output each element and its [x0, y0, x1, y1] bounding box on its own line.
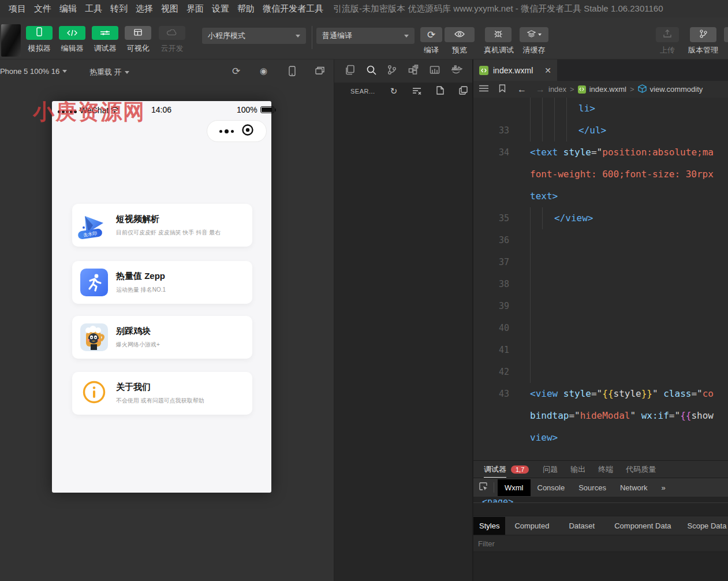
- phone-screen: 小庚资源网 WeChat 14:06 100%: [52, 101, 271, 493]
- docker-icon[interactable]: [451, 65, 462, 77]
- code-line: view>: [473, 427, 728, 449]
- code-area[interactable]: li> 33</ul> 34<text style="position:abso…: [473, 98, 728, 520]
- multi-window-icon[interactable]: [315, 66, 324, 76]
- menu-item-tools[interactable]: 工具: [81, 3, 106, 14]
- source-control-icon[interactable]: [387, 65, 397, 77]
- dom-node-page[interactable]: <page>: [482, 497, 728, 502]
- menu-item-edit[interactable]: 编辑: [55, 3, 81, 14]
- caret-down-icon: [404, 35, 409, 38]
- tab-styles[interactable]: Styles: [473, 517, 505, 535]
- compile-button[interactable]: ⟳: [420, 27, 442, 42]
- outline-icon[interactable]: [479, 85, 488, 94]
- caret-down-icon: [125, 71, 129, 74]
- list-item-about[interactable]: 关于我们 不会使用 或有问题可点我获取帮助: [72, 372, 252, 415]
- tab-network[interactable]: Network: [613, 479, 655, 496]
- refresh-icon[interactable]: ↻: [390, 86, 398, 96]
- list-item-chicken-game[interactable]: 别踩鸡块 爆火网络小游戏+: [72, 316, 252, 359]
- rotate-icon[interactable]: ⟳: [232, 65, 240, 77]
- breadcrumb-item-index[interactable]: index: [548, 85, 566, 94]
- tab-sources[interactable]: Sources: [572, 479, 613, 496]
- version-control-button[interactable]: [690, 27, 716, 42]
- clear-results-icon[interactable]: [412, 87, 421, 96]
- list-item-zepp[interactable]: 热量值 Zepp 运动热量 排名NO.1: [72, 261, 252, 304]
- code-line: 33</ul>: [473, 120, 728, 141]
- tab-scope-data[interactable]: Scope Data: [681, 517, 728, 535]
- remote-debug-button[interactable]: [485, 27, 512, 42]
- dom-view-spacer: [473, 502, 728, 516]
- device-select[interactable]: iPhone 5 100% 16: [0, 67, 67, 76]
- more-tabs-chevron[interactable]: »: [655, 479, 673, 496]
- npm-icon[interactable]: [430, 65, 440, 77]
- breadcrumb-item-node[interactable]: view.commodity: [650, 85, 703, 94]
- menu-item-view[interactable]: 视图: [157, 3, 182, 14]
- avatar[interactable]: [1, 24, 21, 57]
- tab-terminal[interactable]: 终端: [598, 464, 613, 475]
- breadcrumb-separator: >: [630, 85, 634, 94]
- info-icon: [82, 380, 106, 407]
- exit-target-icon[interactable]: [241, 124, 254, 139]
- wxml-dom-view[interactable]: <page>: [473, 497, 728, 502]
- inspector-tab-bar: Styles Computed Dataset Component Data S…: [473, 516, 728, 535]
- upload-button[interactable]: [656, 27, 679, 42]
- menu-item-goto[interactable]: 转到: [106, 3, 132, 14]
- compile-mode-select[interactable]: 普通编译: [316, 28, 415, 44]
- list-item-video-parse[interactable]: 去水印 短视频解析 目前仅可皮皮虾 皮皮搞笑 快手 抖音 最右: [72, 204, 252, 247]
- record-icon[interactable]: ◉: [260, 66, 267, 76]
- new-search-icon[interactable]: [436, 86, 444, 96]
- editor-toggle-button[interactable]: 编辑器: [59, 26, 85, 54]
- search-sidebar: SEAR... ↻ Aa ab .* AB ⇄ 指定目录和排除 1 个结果，包含…: [334, 59, 472, 581]
- menu-item-devtools[interactable]: 微信开发者工具: [259, 3, 327, 14]
- menu-item-settings[interactable]: 设置: [208, 3, 233, 14]
- tab-index-wxml[interactable]: index.wxml ✕: [473, 59, 557, 81]
- tab-code-quality[interactable]: 代码质量: [626, 464, 656, 475]
- tab-debugger[interactable]: 调试器: [484, 464, 506, 478]
- more-dots-icon[interactable]: [219, 129, 234, 133]
- simulator-toggle-button[interactable]: 模拟器: [26, 26, 53, 54]
- search-icon[interactable]: [366, 65, 376, 77]
- debugger-toggle-button[interactable]: 调试器: [92, 26, 118, 54]
- card-subtitle: 运动热量 排名NO.1: [116, 286, 166, 294]
- clear-cache-button[interactable]: [520, 27, 548, 42]
- tab-output[interactable]: 输出: [570, 464, 585, 475]
- editor-panel: index.wxml ✕ ← → index > index.wxml > vi…: [472, 59, 728, 581]
- menu-item-interface[interactable]: 界面: [182, 3, 208, 14]
- video-parse-icon: 去水印: [80, 211, 108, 239]
- inspect-element-icon[interactable]: [479, 482, 488, 493]
- tab-component-data[interactable]: Component Data: [608, 517, 677, 535]
- bookmark-icon[interactable]: [499, 84, 506, 94]
- tab-computed[interactable]: Computed: [509, 517, 555, 535]
- filter-input[interactable]: [478, 539, 593, 548]
- code-line: 37: [473, 251, 728, 273]
- git-branch-icon: [700, 29, 707, 40]
- more-toolbar-button[interactable]: [724, 27, 728, 42]
- tab-problems[interactable]: 问题: [543, 464, 558, 475]
- phone-frame-icon[interactable]: [289, 66, 296, 78]
- mode-select[interactable]: 小程序模式: [202, 28, 306, 44]
- search-panel-title: SEAR...: [350, 88, 375, 95]
- menu-item-help[interactable]: 帮助: [233, 3, 259, 14]
- forward-arrow-icon[interactable]: →: [536, 84, 545, 95]
- layers-icon: [527, 29, 536, 40]
- collapse-all-icon[interactable]: [459, 86, 468, 96]
- preview-button[interactable]: [445, 27, 475, 42]
- caret-down-icon: [296, 35, 300, 38]
- breadcrumb-item-file[interactable]: index.wxml: [589, 85, 626, 94]
- back-arrow-icon[interactable]: ←: [517, 84, 527, 95]
- hot-reload-toggle[interactable]: 热重载 开: [89, 67, 129, 77]
- code-line: 41: [473, 339, 728, 361]
- extensions-icon[interactable]: [408, 65, 419, 77]
- tab-console[interactable]: Console: [531, 479, 572, 496]
- files-icon[interactable]: [345, 65, 355, 77]
- menu-item-select[interactable]: 选择: [132, 3, 157, 14]
- close-icon[interactable]: ✕: [544, 66, 551, 75]
- battery-status: 100%: [237, 105, 274, 114]
- tab-dataset[interactable]: Dataset: [563, 517, 600, 535]
- capsule-menu[interactable]: [207, 120, 267, 142]
- card-title: 短视频解析: [116, 214, 221, 225]
- menu-item-file[interactable]: 文件: [30, 3, 55, 14]
- cloud-dev-button[interactable]: 云开发: [159, 26, 185, 54]
- visualizer-toggle-button[interactable]: 可视化: [125, 26, 151, 54]
- devtools-tab-bar: Wxml Console Sources Network »: [473, 478, 728, 497]
- menu-item-project[interactable]: 项目: [5, 3, 30, 14]
- tab-wxml[interactable]: Wxml: [498, 479, 531, 496]
